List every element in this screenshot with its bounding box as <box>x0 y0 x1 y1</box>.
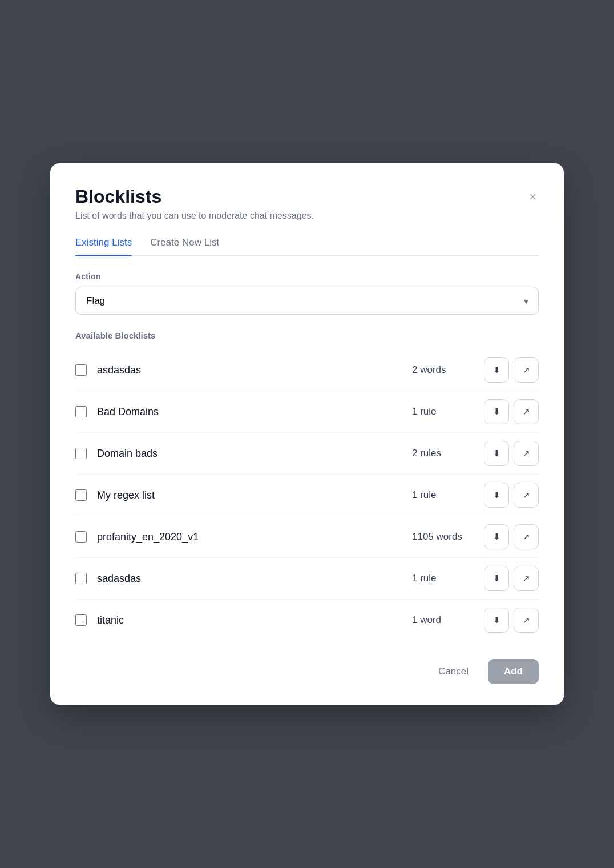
download-icon <box>493 615 500 625</box>
blocklist-count-3: 2 rules <box>412 448 475 459</box>
blocklist-checkbox-7[interactable] <box>75 614 87 626</box>
list-item: asdasdas 2 words <box>75 349 539 391</box>
item-actions-7 <box>484 608 539 633</box>
download-button-3[interactable] <box>484 441 509 466</box>
list-item: My regex list 1 rule <box>75 475 539 516</box>
modal-subtitle: List of words that you can use to modera… <box>75 211 539 221</box>
blocklists-modal: Blocklists × List of words that you can … <box>50 163 564 705</box>
external-link-button-6[interactable] <box>514 566 539 591</box>
external-link-button-7[interactable] <box>514 608 539 633</box>
tab-existing-lists[interactable]: Existing Lists <box>75 237 132 255</box>
download-icon <box>493 407 500 417</box>
blocklist-checkbox-1[interactable] <box>75 364 87 376</box>
list-item: Bad Domains 1 rule <box>75 391 539 433</box>
modal-overlay: Blocklists × List of words that you can … <box>0 0 614 868</box>
blocklist-checkbox-3[interactable] <box>75 448 87 459</box>
blocklist-count-2: 1 rule <box>412 406 475 417</box>
external-link-icon <box>523 490 530 500</box>
blocklist-count-7: 1 word <box>412 614 475 626</box>
cancel-button[interactable]: Cancel <box>427 659 480 684</box>
action-select-wrapper: Flag Block Mute ▾ <box>75 287 539 315</box>
item-actions-6 <box>484 566 539 591</box>
available-blocklists-label: Available Blocklists <box>75 331 539 340</box>
item-actions-4 <box>484 483 539 508</box>
blocklist-name-7: titanic <box>97 614 412 626</box>
download-button-2[interactable] <box>484 399 509 424</box>
blocklist-count-6: 1 rule <box>412 573 475 584</box>
modal-title: Blocklists <box>75 186 161 207</box>
add-button[interactable]: Add <box>488 659 539 684</box>
external-link-button-4[interactable] <box>514 483 539 508</box>
download-icon <box>493 532 500 542</box>
blocklist-checkbox-5[interactable] <box>75 531 87 542</box>
item-actions-2 <box>484 399 539 424</box>
blocklist-checkbox-4[interactable] <box>75 489 87 501</box>
external-link-icon <box>523 615 530 625</box>
modal-footer: Cancel Add <box>75 654 539 684</box>
download-icon <box>493 448 500 459</box>
list-item: sadasdas 1 rule <box>75 558 539 600</box>
item-actions-1 <box>484 357 539 383</box>
blocklist-count-4: 1 rule <box>412 489 475 501</box>
action-section-label: Action <box>75 272 539 281</box>
blocklist-name-4: My regex list <box>97 489 412 501</box>
blocklists-list: asdasdas 2 words Bad Domains 1 rule <box>75 349 539 641</box>
download-icon <box>493 365 500 375</box>
download-icon <box>493 490 500 500</box>
download-button-7[interactable] <box>484 608 509 633</box>
external-link-icon <box>523 365 530 375</box>
blocklist-name-1: asdasdas <box>97 364 412 376</box>
tab-create-new-list[interactable]: Create New List <box>150 237 219 255</box>
external-link-icon <box>523 532 530 542</box>
item-actions-3 <box>484 441 539 466</box>
external-link-icon <box>523 407 530 417</box>
blocklist-count-1: 2 words <box>412 364 475 376</box>
external-link-button-2[interactable] <box>514 399 539 424</box>
download-button-1[interactable] <box>484 357 509 383</box>
blocklist-count-5: 1105 words <box>412 531 475 542</box>
list-item: titanic 1 word <box>75 600 539 641</box>
external-link-icon <box>523 448 530 459</box>
blocklist-checkbox-2[interactable] <box>75 406 87 417</box>
external-link-icon <box>523 573 530 584</box>
list-item: Domain bads 2 rules <box>75 433 539 475</box>
download-icon <box>493 573 500 584</box>
external-link-button-5[interactable] <box>514 524 539 549</box>
tabs-container: Existing Lists Create New List <box>75 237 539 256</box>
blocklist-name-5: profanity_en_2020_v1 <box>97 531 412 543</box>
blocklist-checkbox-6[interactable] <box>75 573 87 584</box>
blocklist-name-3: Domain bads <box>97 448 412 460</box>
download-button-4[interactable] <box>484 483 509 508</box>
download-button-6[interactable] <box>484 566 509 591</box>
blocklist-name-6: sadasdas <box>97 573 412 585</box>
modal-header: Blocklists × <box>75 186 539 207</box>
list-item: profanity_en_2020_v1 1105 words <box>75 516 539 558</box>
action-select[interactable]: Flag Block Mute <box>75 287 539 315</box>
external-link-button-1[interactable] <box>514 357 539 383</box>
download-button-5[interactable] <box>484 524 509 549</box>
item-actions-5 <box>484 524 539 549</box>
blocklist-name-2: Bad Domains <box>97 406 412 418</box>
external-link-button-3[interactable] <box>514 441 539 466</box>
close-button[interactable]: × <box>527 188 539 206</box>
